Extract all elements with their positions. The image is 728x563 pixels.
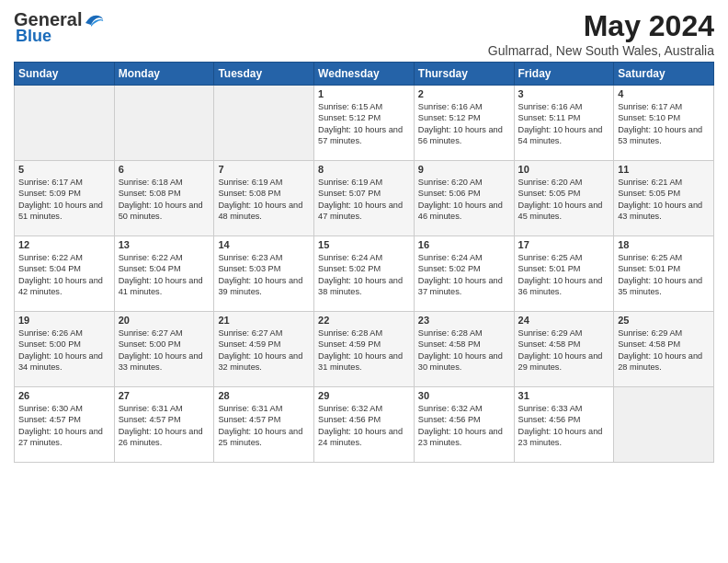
subtitle: Gulmarrad, New South Wales, Australia	[488, 43, 714, 58]
calendar-cell: 6Sunrise: 6:18 AMSunset: 5:08 PMDaylight…	[114, 161, 214, 236]
month-title: May 2024	[488, 9, 714, 43]
calendar-cell	[114, 86, 214, 161]
day-info: Sunrise: 6:33 AMSunset: 4:56 PMDaylight:…	[518, 403, 610, 449]
day-info: Sunrise: 6:23 AMSunset: 5:03 PMDaylight:…	[218, 252, 310, 298]
day-number: 13	[119, 239, 210, 250]
day-info: Sunrise: 6:30 AMSunset: 4:57 PMDaylight:…	[18, 403, 110, 449]
calendar-cell: 24Sunrise: 6:29 AMSunset: 4:58 PMDayligh…	[514, 312, 614, 387]
col-tuesday: Tuesday	[214, 63, 314, 86]
day-info: Sunrise: 6:17 AMSunset: 5:10 PMDaylight:…	[618, 101, 710, 147]
calendar-cell: 17Sunrise: 6:25 AMSunset: 5:01 PMDayligh…	[514, 236, 614, 312]
day-info: Sunrise: 6:15 AMSunset: 5:12 PMDaylight:…	[318, 101, 410, 147]
day-info: Sunrise: 6:22 AMSunset: 5:04 PMDaylight:…	[18, 252, 110, 298]
calendar-cell: 21Sunrise: 6:27 AMSunset: 4:59 PMDayligh…	[214, 312, 314, 387]
day-number: 17	[518, 239, 610, 250]
day-info: Sunrise: 6:29 AMSunset: 4:58 PMDaylight:…	[518, 327, 610, 373]
day-number: 11	[618, 164, 710, 175]
day-number: 27	[119, 390, 210, 401]
calendar-cell: 18Sunrise: 6:25 AMSunset: 5:01 PMDayligh…	[614, 236, 714, 312]
day-info: Sunrise: 6:24 AMSunset: 5:02 PMDaylight:…	[318, 252, 410, 298]
calendar-cell: 2Sunrise: 6:16 AMSunset: 5:12 PMDaylight…	[414, 86, 514, 161]
calendar-cell: 30Sunrise: 6:32 AMSunset: 4:56 PMDayligh…	[414, 387, 514, 463]
calendar-cell: 31Sunrise: 6:33 AMSunset: 4:56 PMDayligh…	[514, 387, 614, 463]
calendar-cell: 29Sunrise: 6:32 AMSunset: 4:56 PMDayligh…	[314, 387, 415, 463]
logo: General Blue	[14, 9, 104, 46]
day-info: Sunrise: 6:27 AMSunset: 4:59 PMDaylight:…	[218, 327, 310, 373]
day-number: 15	[318, 239, 410, 250]
day-number: 21	[218, 315, 310, 326]
day-info: Sunrise: 6:28 AMSunset: 4:58 PMDaylight:…	[418, 327, 510, 373]
day-info: Sunrise: 6:16 AMSunset: 5:11 PMDaylight:…	[518, 101, 610, 147]
calendar-week-5: 26Sunrise: 6:30 AMSunset: 4:57 PMDayligh…	[15, 387, 714, 463]
logo-blue: Blue	[16, 27, 51, 46]
day-info: Sunrise: 6:25 AMSunset: 5:01 PMDaylight:…	[618, 252, 710, 298]
calendar-cell: 7Sunrise: 6:19 AMSunset: 5:08 PMDaylight…	[214, 161, 314, 236]
day-number: 30	[418, 390, 510, 401]
day-number: 9	[418, 164, 510, 175]
day-info: Sunrise: 6:21 AMSunset: 5:05 PMDaylight:…	[618, 177, 710, 223]
day-info: Sunrise: 6:19 AMSunset: 5:08 PMDaylight:…	[218, 177, 310, 223]
calendar-cell: 14Sunrise: 6:23 AMSunset: 5:03 PMDayligh…	[214, 236, 314, 312]
day-info: Sunrise: 6:29 AMSunset: 4:58 PMDaylight:…	[618, 327, 710, 373]
calendar-cell: 25Sunrise: 6:29 AMSunset: 4:58 PMDayligh…	[614, 312, 714, 387]
calendar-cell	[214, 86, 314, 161]
col-sunday: Sunday	[15, 63, 115, 86]
day-number: 14	[218, 239, 310, 250]
day-info: Sunrise: 6:24 AMSunset: 5:02 PMDaylight:…	[418, 252, 510, 298]
calendar-week-4: 19Sunrise: 6:26 AMSunset: 5:00 PMDayligh…	[15, 312, 714, 387]
day-number: 10	[518, 164, 610, 175]
calendar-week-1: 1Sunrise: 6:15 AMSunset: 5:12 PMDaylight…	[15, 86, 714, 161]
col-thursday: Thursday	[414, 63, 514, 86]
day-info: Sunrise: 6:20 AMSunset: 5:06 PMDaylight:…	[418, 177, 510, 223]
day-number: 4	[618, 88, 710, 99]
col-saturday: Saturday	[614, 63, 714, 86]
day-number: 18	[618, 239, 710, 250]
day-info: Sunrise: 6:17 AMSunset: 5:09 PMDaylight:…	[18, 177, 110, 223]
header: General Blue May 2024 Gulmarrad, New Sou…	[14, 9, 714, 58]
day-info: Sunrise: 6:31 AMSunset: 4:57 PMDaylight:…	[218, 403, 310, 449]
day-number: 23	[418, 315, 510, 326]
day-info: Sunrise: 6:25 AMSunset: 5:01 PMDaylight:…	[518, 252, 610, 298]
calendar-table: Sunday Monday Tuesday Wednesday Thursday…	[14, 62, 714, 463]
day-info: Sunrise: 6:20 AMSunset: 5:05 PMDaylight:…	[518, 177, 610, 223]
calendar-cell: 27Sunrise: 6:31 AMSunset: 4:57 PMDayligh…	[114, 387, 214, 463]
day-info: Sunrise: 6:27 AMSunset: 5:00 PMDaylight:…	[119, 327, 210, 373]
calendar-cell	[614, 387, 714, 463]
calendar-cell: 20Sunrise: 6:27 AMSunset: 5:00 PMDayligh…	[114, 312, 214, 387]
day-number: 24	[518, 315, 610, 326]
day-number: 5	[18, 164, 110, 175]
day-number: 8	[318, 164, 410, 175]
calendar-cell: 22Sunrise: 6:28 AMSunset: 4:59 PMDayligh…	[314, 312, 415, 387]
calendar-cell: 3Sunrise: 6:16 AMSunset: 5:11 PMDaylight…	[514, 86, 614, 161]
day-number: 6	[119, 164, 210, 175]
calendar-cell: 23Sunrise: 6:28 AMSunset: 4:58 PMDayligh…	[414, 312, 514, 387]
day-number: 1	[318, 88, 410, 99]
title-block: May 2024 Gulmarrad, New South Wales, Aus…	[488, 9, 714, 58]
calendar-cell: 4Sunrise: 6:17 AMSunset: 5:10 PMDaylight…	[614, 86, 714, 161]
day-info: Sunrise: 6:32 AMSunset: 4:56 PMDaylight:…	[418, 403, 510, 449]
day-number: 26	[18, 390, 110, 401]
day-number: 28	[218, 390, 310, 401]
calendar-week-3: 12Sunrise: 6:22 AMSunset: 5:04 PMDayligh…	[15, 236, 714, 312]
calendar-cell: 1Sunrise: 6:15 AMSunset: 5:12 PMDaylight…	[314, 86, 415, 161]
calendar-cell: 9Sunrise: 6:20 AMSunset: 5:06 PMDaylight…	[414, 161, 514, 236]
day-number: 31	[518, 390, 610, 401]
day-number: 16	[418, 239, 510, 250]
calendar-cell: 19Sunrise: 6:26 AMSunset: 5:00 PMDayligh…	[15, 312, 115, 387]
day-info: Sunrise: 6:31 AMSunset: 4:57 PMDaylight:…	[119, 403, 210, 449]
calendar-header-row: Sunday Monday Tuesday Wednesday Thursday…	[15, 63, 714, 86]
day-number: 25	[618, 315, 710, 326]
calendar-cell: 11Sunrise: 6:21 AMSunset: 5:05 PMDayligh…	[614, 161, 714, 236]
day-info: Sunrise: 6:28 AMSunset: 4:59 PMDaylight:…	[318, 327, 410, 373]
calendar-cell: 28Sunrise: 6:31 AMSunset: 4:57 PMDayligh…	[214, 387, 314, 463]
day-info: Sunrise: 6:18 AMSunset: 5:08 PMDaylight:…	[119, 177, 210, 223]
day-info: Sunrise: 6:26 AMSunset: 5:00 PMDaylight:…	[18, 327, 110, 373]
col-wednesday: Wednesday	[314, 63, 415, 86]
day-number: 19	[18, 315, 110, 326]
day-number: 29	[318, 390, 410, 401]
calendar-cell: 5Sunrise: 6:17 AMSunset: 5:09 PMDaylight…	[15, 161, 115, 236]
day-info: Sunrise: 6:22 AMSunset: 5:04 PMDaylight:…	[119, 252, 210, 298]
calendar-cell: 16Sunrise: 6:24 AMSunset: 5:02 PMDayligh…	[414, 236, 514, 312]
col-friday: Friday	[514, 63, 614, 86]
calendar-cell: 13Sunrise: 6:22 AMSunset: 5:04 PMDayligh…	[114, 236, 214, 312]
